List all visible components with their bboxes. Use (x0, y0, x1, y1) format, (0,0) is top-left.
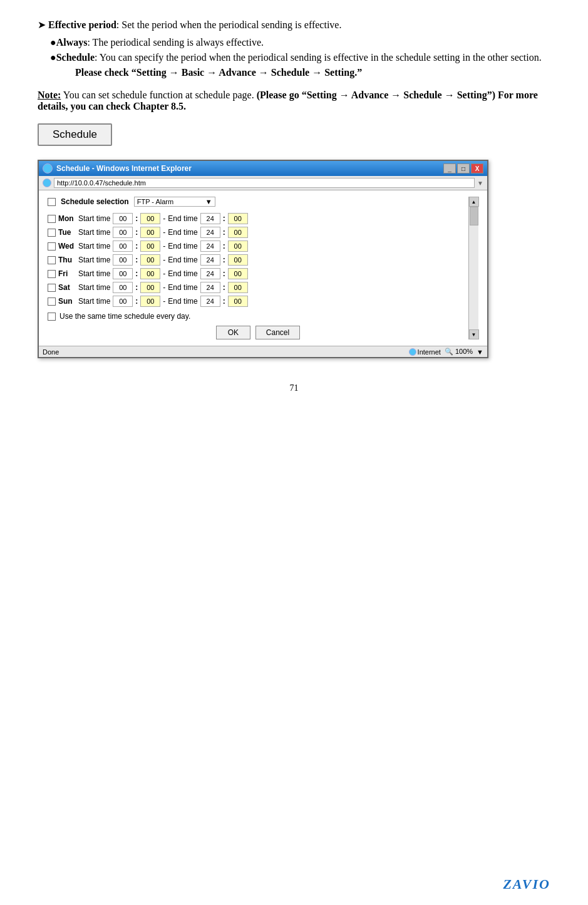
ie-scrollbar[interactable]: ▲ ▼ (468, 197, 478, 339)
tue-end-colon: : (223, 228, 225, 237)
fri-start-hour[interactable] (113, 268, 133, 279)
sat-end-min[interactable] (228, 282, 248, 293)
thu-end-hour[interactable] (200, 254, 220, 266)
ie-window-controls: _ □ X (443, 163, 483, 173)
sun-start-colon: : (135, 297, 138, 306)
sun-start-min[interactable] (140, 296, 160, 307)
ie-window-title: Schedule - Windows Internet Explorer (56, 164, 192, 173)
always-label: Always (56, 37, 88, 48)
wed-dash: - (163, 242, 165, 251)
thu-checkbox[interactable] (48, 256, 56, 264)
effective-period-text: : Set the period when the periodical sen… (116, 19, 342, 30)
always-text: : The periodical sending is always effec… (87, 37, 264, 48)
mon-start-hour[interactable] (113, 213, 133, 224)
ie-status-right: Internet 🔍 100% ▼ (409, 348, 483, 356)
tue-label: Tue (58, 228, 76, 237)
sun-end-min[interactable] (228, 296, 248, 307)
effective-period-para: ➤ Effective period: Set the period when … (38, 19, 550, 31)
sat-start-min[interactable] (140, 282, 160, 293)
sat-checkbox[interactable] (48, 284, 56, 292)
sat-end-hour[interactable] (200, 282, 220, 293)
ie-address-input[interactable] (54, 178, 475, 188)
tue-start-min[interactable] (140, 227, 160, 238)
schedule-selection-checkbox[interactable] (48, 198, 56, 206)
effective-period-heading: Effective period (48, 19, 116, 30)
please-check-text: Please check “Setting → Basic → Advance … (75, 67, 550, 78)
ie-minimize-btn[interactable]: _ (443, 163, 456, 173)
wed-start-min[interactable] (140, 240, 160, 252)
tue-dash: - (163, 228, 165, 237)
ie-restore-btn[interactable]: □ (457, 163, 470, 173)
sat-start-hour[interactable] (113, 282, 133, 293)
wed-end-label: End time (168, 242, 197, 251)
sat-label: Sat (58, 283, 76, 292)
mon-start-min[interactable] (140, 213, 160, 224)
ie-addr-dropdown-icon[interactable]: ▼ (477, 180, 483, 187)
note-text: You can set schedule function at schedul… (61, 90, 256, 100)
mon-end-hour[interactable] (200, 213, 220, 224)
thu-start-hour[interactable] (113, 254, 133, 266)
tue-end-min[interactable] (228, 227, 248, 238)
table-row: Sat Start time : - End time : (48, 282, 468, 293)
thu-label: Thu (58, 256, 76, 264)
ie-scroll-thumb[interactable] (470, 207, 478, 225)
thu-start-min[interactable] (140, 254, 160, 266)
schedule-selection-row: Schedule selection FTP - Alarm ▼ (48, 197, 468, 207)
fri-end-hour[interactable] (200, 268, 220, 279)
schedule-btn-container: Schedule (38, 123, 550, 146)
tue-start-label: Start time (78, 228, 110, 237)
table-row: Wed Start time : - End time : (48, 240, 468, 252)
mon-checkbox[interactable] (48, 215, 56, 223)
ie-scroll-up-btn[interactable]: ▲ (469, 197, 479, 207)
note-para: Note: You can set schedule function at s… (38, 90, 550, 112)
table-row: Sun Start time : - End time : (48, 296, 468, 307)
mon-start-colon: : (135, 214, 138, 223)
sat-start-colon: : (135, 283, 138, 292)
note-section: Note: You can set schedule function at s… (38, 90, 550, 112)
fri-label: Fri (58, 269, 76, 278)
tue-checkbox[interactable] (48, 229, 56, 237)
thu-start-colon: : (135, 256, 138, 264)
tue-end-hour[interactable] (200, 227, 220, 238)
ie-globe-icon (43, 163, 53, 173)
schedule-button[interactable]: Schedule (38, 123, 112, 146)
schedule-label: Schedule (56, 52, 95, 63)
ie-scroll-track (469, 207, 478, 329)
fri-end-label: End time (168, 269, 197, 278)
schedule-selection-dropdown[interactable]: FTP - Alarm ▼ (134, 197, 215, 207)
wed-start-hour[interactable] (113, 240, 133, 252)
thu-end-min[interactable] (228, 254, 248, 266)
fri-start-min[interactable] (140, 268, 160, 279)
same-time-checkbox[interactable] (48, 313, 56, 321)
mon-start-label: Start time (78, 214, 110, 223)
sun-dash: - (163, 297, 165, 306)
sun-end-hour[interactable] (200, 296, 220, 307)
ok-button[interactable]: OK (216, 326, 250, 339)
ie-body: Schedule selection FTP - Alarm ▼ Mon Sta… (39, 190, 487, 346)
ie-scroll-down-btn[interactable]: ▼ (469, 329, 479, 339)
wed-end-colon: : (223, 242, 225, 251)
ie-zoom-dropdown-icon[interactable]: ▼ (477, 348, 483, 356)
fri-start-label: Start time (78, 269, 110, 278)
fri-end-min[interactable] (228, 268, 248, 279)
cancel-button[interactable]: Cancel (255, 326, 300, 339)
ie-status-done: Done (43, 348, 59, 356)
fri-end-colon: : (223, 269, 225, 278)
wed-end-hour[interactable] (200, 240, 220, 252)
mon-label: Mon (58, 214, 76, 223)
ie-status-globe-icon (409, 348, 416, 356)
fri-start-colon: : (135, 269, 138, 278)
sun-start-hour[interactable] (113, 296, 133, 307)
tue-start-hour[interactable] (113, 227, 133, 238)
wed-checkbox[interactable] (48, 242, 56, 251)
sat-dash: - (163, 283, 165, 292)
schedule-text: : You can specify the period when the pe… (95, 52, 542, 63)
fri-checkbox[interactable] (48, 270, 56, 278)
sun-checkbox[interactable] (48, 297, 56, 306)
wed-start-label: Start time (78, 242, 110, 251)
wed-end-min[interactable] (228, 240, 248, 252)
table-row: Mon Start time : - End time : (48, 213, 468, 224)
mon-end-min[interactable] (228, 213, 248, 224)
ie-close-btn[interactable]: X (471, 163, 483, 173)
main-content: ➤ Effective period: Set the period when … (38, 19, 550, 358)
